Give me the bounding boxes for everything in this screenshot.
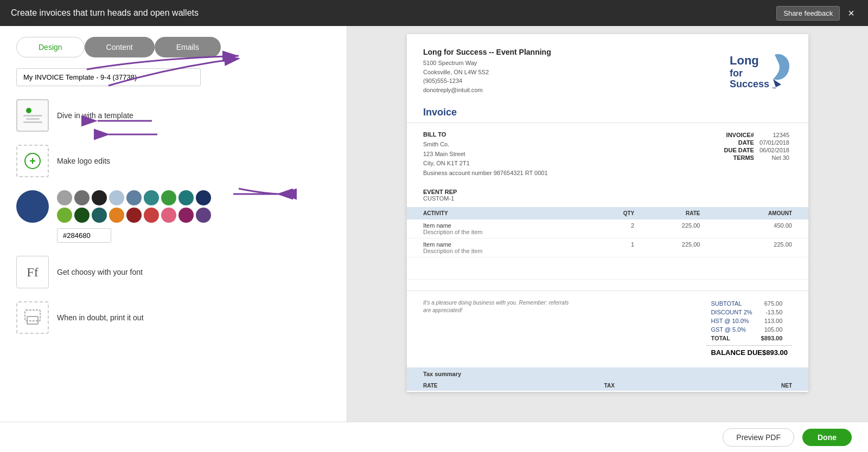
terms-value: Net 30 [757,154,792,162]
item-1-rate: 225.00 [640,219,705,238]
print-svg [23,308,42,327]
gst-label: GST @ 5.0% [706,325,756,334]
color-swatch[interactable] [144,190,159,205]
svg-text:™: ™ [771,86,776,91]
totals-section: SUBTOTAL 675.00 DISCOUNT 2% -13.50 HST @… [706,299,792,359]
item-2-rate: 225.00 [640,238,705,257]
bill-to-address: 123 Main Street [423,150,548,159]
color-swatch[interactable] [74,208,90,223]
color-grid [57,190,211,223]
item-1-desc: Description of the item [423,229,585,235]
color-swatch[interactable] [74,190,90,205]
template-dot [26,108,31,113]
color-swatch[interactable] [109,190,124,205]
color-swatch[interactable] [161,190,176,205]
item-2-desc: Description of the item [423,248,585,254]
company-logo: Long for Success ™ [727,48,792,94]
invoice-num-label: INVOICE# [722,131,757,139]
hex-color-input[interactable] [57,228,111,243]
invoice-table: ACTIVITY QTY RATE AMOUNT Item name Descr… [407,207,808,280]
balance-due: BALANCE DUE $893.00 [706,345,792,359]
invoice-footer: It's a pleasure doing business with you.… [407,290,808,367]
main-layout: Design Content Emails Dive in with a tem… [0,26,868,422]
color-swatch[interactable] [144,208,159,223]
th-activity: ACTIVITY [407,207,590,219]
color-swatch[interactable] [161,208,176,223]
template-icon [16,99,49,132]
font-label: Get choosy with your font [57,268,143,276]
tab-content[interactable]: Content [85,37,155,57]
print-section[interactable]: When in doubt, print it out [16,301,330,334]
balance-due-value: $893.00 [762,348,788,357]
hst-label: HST @ 10.0% [706,317,756,325]
subtotal-value: 675.00 [757,299,787,308]
color-swatch[interactable] [109,208,124,223]
print-label: When in doubt, print it out [57,313,144,322]
font-section[interactable]: Ff Get choosy with your font [16,256,330,288]
svg-text:Long: Long [730,54,759,67]
header-title: Create invoices that turn heads and open… [11,8,199,18]
color-swatch[interactable] [92,208,107,223]
color-swatch[interactable] [178,208,194,223]
logo-svg: Long for Success ™ [727,49,792,93]
color-swatch[interactable] [196,190,211,205]
invoice-billing: BILL TO Smith Co. 123 Main Street City, … [407,123,808,186]
color-row-1 [57,190,211,205]
color-swatch[interactable] [196,208,211,223]
company-name: Long for Success -- Event Planning [423,48,551,56]
subtotal-label: SUBTOTAL [706,299,756,308]
logo-icon: + [16,145,49,177]
tax-rate-header: RATE [423,383,437,389]
template-line-1 [23,115,42,117]
event-rep-value: CUSTOM-1 [423,195,792,202]
left-panel: Design Content Emails Dive in with a tem… [0,26,347,422]
preview-pdf-button[interactable]: Preview PDF [723,428,794,447]
item-1-activity: Item name Description of the item [407,219,590,238]
table-row-empty [407,257,808,280]
th-rate: RATE [640,207,705,219]
color-swatch[interactable] [178,190,194,205]
template-section[interactable]: Dive in with a template [16,99,330,132]
bill-to-label: BILL TO [423,131,548,138]
gst-value: 105.00 [757,325,787,334]
terms-label: TERMS [722,154,757,162]
template-name-input[interactable] [16,68,201,86]
tax-summary-bar: Tax summary [407,367,808,380]
invoice-preview: Long for Success -- Event Planning 5100 … [407,34,808,392]
item-1-amount: 450.00 [705,219,808,238]
date-label: DATE [722,139,757,146]
th-qty: QTY [590,207,640,219]
logo-label: Make logo edits [57,157,110,165]
color-swatch[interactable] [57,190,72,205]
bill-to-name: Smith Co. [423,140,548,150]
tax-tax-header: TAX [604,383,615,389]
done-button[interactable]: Done [802,429,852,446]
selected-color-swatch[interactable] [16,190,49,223]
right-panel: Long for Success -- Event Planning 5100 … [347,26,868,422]
bill-to: BILL TO Smith Co. 123 Main Street City, … [423,131,548,178]
company-email: donotreply@intuit.com [423,86,551,95]
item-2-qty: 1 [590,238,640,257]
logo-section[interactable]: + Make logo edits [16,145,330,177]
invoice-title: Invoice [407,102,808,123]
color-swatch[interactable] [126,208,142,223]
color-swatch[interactable] [57,208,72,223]
close-button[interactable]: × [845,7,857,20]
bill-to-account: Business account number 987654321 RT 000… [423,169,548,178]
logo-plus-icon: + [24,153,41,169]
tab-emails[interactable]: Emails [155,37,221,57]
font-icon: Ff [16,256,49,288]
tab-design[interactable]: Design [16,37,85,57]
template-label: Dive in with a template [57,111,133,120]
color-swatch[interactable] [92,190,107,205]
due-date-value: 06/02/2018 [757,146,792,154]
share-feedback-button[interactable]: Share feedback [776,6,840,21]
table-row: Item name Description of the item 1 225.… [407,238,808,257]
discount-label: DISCOUNT 2% [706,308,756,317]
color-swatch[interactable] [126,190,142,205]
balance-due-label: BALANCE DUE [711,348,762,357]
bottom-bar: Preview PDF Done [0,422,868,452]
item-2-name: Item name [423,241,585,248]
item-2-activity: Item name Description of the item [407,238,590,257]
tax-header-row: RATE TAX NET [407,380,808,391]
